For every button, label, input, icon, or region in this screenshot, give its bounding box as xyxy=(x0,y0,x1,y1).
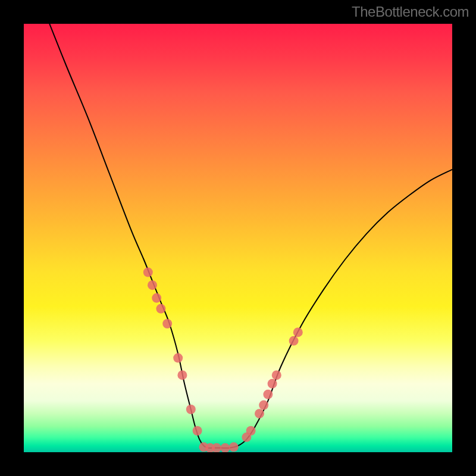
data-point xyxy=(193,426,202,436)
data-point xyxy=(268,379,277,389)
data-point xyxy=(177,370,187,380)
highlight-dots xyxy=(143,268,303,452)
bottleneck-curve xyxy=(49,24,452,448)
data-point xyxy=(220,443,230,452)
data-point xyxy=(263,390,273,399)
data-point xyxy=(186,405,196,414)
data-point xyxy=(246,426,256,436)
data-point xyxy=(156,304,165,314)
data-point xyxy=(143,268,153,277)
data-point xyxy=(229,442,239,452)
data-point xyxy=(255,409,264,418)
data-point xyxy=(162,319,172,328)
data-point xyxy=(293,327,303,337)
data-point xyxy=(152,293,161,303)
data-point xyxy=(272,370,281,380)
data-point xyxy=(173,353,183,363)
watermark-text: TheBottleneck.com xyxy=(352,4,469,20)
plot-area xyxy=(24,24,452,452)
chart-svg xyxy=(24,24,452,452)
data-point xyxy=(259,400,268,410)
data-point xyxy=(148,280,157,290)
data-point xyxy=(289,336,299,346)
